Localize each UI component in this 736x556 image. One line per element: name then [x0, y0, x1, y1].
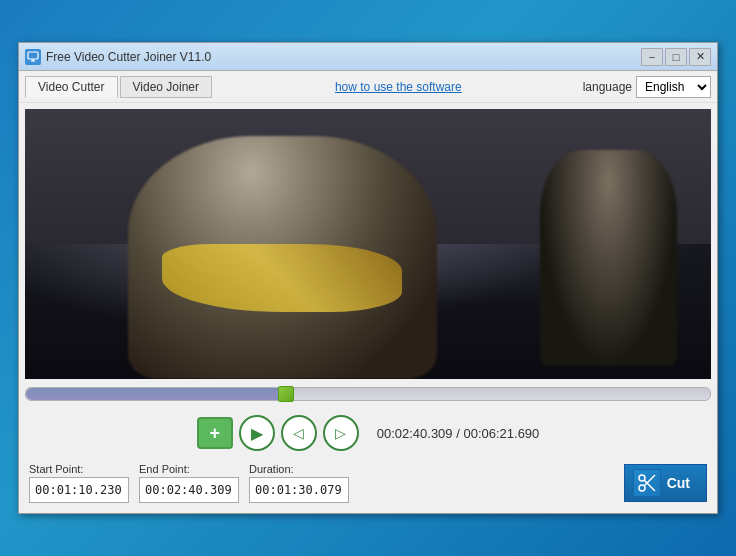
- scissors-icon: [633, 469, 661, 497]
- video-frame: [25, 109, 711, 379]
- video-scene: [25, 109, 711, 379]
- how-to-link[interactable]: how to use the software: [335, 80, 462, 94]
- current-time: 00:02:40.309: [377, 426, 453, 441]
- start-point-group: Start Point:: [29, 463, 129, 503]
- window-title: Free Video Cutter Joiner V11.0: [46, 50, 641, 64]
- start-point-input[interactable]: [29, 477, 129, 503]
- total-time: 00:06:21.690: [463, 426, 539, 441]
- video-player: [25, 109, 711, 379]
- menu-bar: Video Cutter Video Joiner how to use the…: [19, 71, 717, 103]
- svg-point-4: [639, 485, 645, 491]
- window-controls: − □ ✕: [641, 48, 711, 66]
- maximize-button[interactable]: □: [665, 48, 687, 66]
- time-display: 00:02:40.309 / 00:06:21.690: [377, 426, 540, 441]
- title-bar: Free Video Cutter Joiner V11.0 − □ ✕: [19, 43, 717, 71]
- svg-point-3: [639, 475, 645, 481]
- language-label: language: [583, 80, 632, 94]
- bottom-row: Start Point: End Point: Duration: Cut: [19, 457, 717, 513]
- play-button[interactable]: ▶: [239, 415, 275, 451]
- cut-button[interactable]: Cut: [624, 464, 707, 502]
- end-point-input[interactable]: [139, 477, 239, 503]
- close-button[interactable]: ✕: [689, 48, 711, 66]
- duration-label: Duration:: [249, 463, 349, 475]
- cut-label: Cut: [667, 475, 690, 491]
- time-separator: /: [453, 426, 464, 441]
- app-icon: [25, 49, 41, 65]
- end-point-label: End Point:: [139, 463, 239, 475]
- progress-handle[interactable]: [278, 386, 294, 402]
- svg-line-6: [644, 475, 655, 486]
- person-right: [540, 150, 677, 366]
- minimize-button[interactable]: −: [641, 48, 663, 66]
- duration-group: Duration:: [249, 463, 349, 503]
- progress-track[interactable]: [25, 387, 711, 401]
- language-select[interactable]: English Chinese French German Spanish: [636, 76, 711, 98]
- guitar: [162, 244, 402, 312]
- mark-in-button[interactable]: ◁: [281, 415, 317, 451]
- add-button[interactable]: +: [197, 417, 233, 449]
- svg-rect-0: [28, 52, 38, 59]
- progress-bar-area: [25, 383, 711, 405]
- controls-row: + ▶ ◁ ▷ 00:02:40.309 / 00:06:21.690: [19, 409, 717, 457]
- tab-video-cutter[interactable]: Video Cutter: [25, 76, 118, 98]
- main-window: Free Video Cutter Joiner V11.0 − □ ✕ Vid…: [18, 42, 718, 514]
- start-point-label: Start Point:: [29, 463, 129, 475]
- end-point-group: End Point:: [139, 463, 239, 503]
- svg-line-5: [644, 481, 655, 492]
- tab-video-joiner[interactable]: Video Joiner: [120, 76, 213, 98]
- mark-out-button[interactable]: ▷: [323, 415, 359, 451]
- duration-input[interactable]: [249, 477, 349, 503]
- progress-fill: [26, 388, 286, 400]
